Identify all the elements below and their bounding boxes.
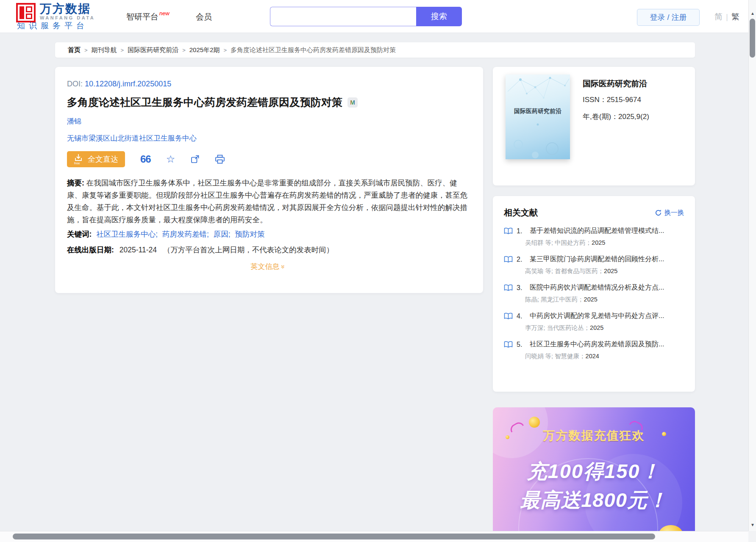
related-item-meta: 高笑瑜 等; 首都食品与医药；2025 bbox=[525, 267, 684, 275]
related-item: 2. 某三甲医院门诊药房调配差错的回顾性分析... 高笑瑜 等; 首都食品与医药… bbox=[504, 255, 684, 275]
breadcrumb-separator: > bbox=[84, 47, 88, 53]
print-icon[interactable] bbox=[215, 155, 225, 164]
article-title: 多角度论述社区卫生服务中心药房发药差错原因及预防对策 bbox=[67, 95, 342, 109]
m-badge-icon[interactable]: M bbox=[347, 97, 358, 108]
lang-simplified[interactable]: 简 bbox=[714, 12, 723, 21]
page: 万方数据 WANFANG DATA 知识服务平台 智研平台new 会员 搜索 登… bbox=[0, 0, 756, 542]
wanfang-logo-icon bbox=[16, 3, 36, 22]
book-icon bbox=[504, 284, 513, 291]
book-icon bbox=[504, 341, 513, 348]
scrollbar-corner bbox=[748, 531, 756, 542]
login-register-button[interactable]: 登录 / 注册 bbox=[637, 9, 700, 26]
related-item-link[interactable]: 4. 中药房饮片调配的常见差错与中药处方点评... bbox=[504, 312, 684, 321]
related-item-meta: 李万深; 当代医药论丛；2025 bbox=[525, 324, 684, 332]
journal-volume: 年,卷(期)：2025,9(2) bbox=[583, 112, 649, 122]
brand-name-en: WANFANG DATA bbox=[40, 15, 95, 20]
horizontal-scrollbar[interactable] bbox=[0, 531, 748, 542]
header: 万方数据 WANFANG DATA 知识服务平台 智研平台new 会员 搜索 登… bbox=[0, 0, 756, 33]
book-icon bbox=[504, 312, 513, 320]
favorite-star-icon[interactable]: ☆ bbox=[166, 154, 175, 164]
promo-title: 万方数据充值狂欢 bbox=[493, 428, 695, 444]
search-button[interactable]: 搜索 bbox=[416, 7, 462, 26]
related-item-meta: 陈晶; 黑龙江中医药；2025 bbox=[525, 296, 684, 304]
related-item: 4. 中药房饮片调配的常见差错与中药处方点评... 李万深; 当代医药论丛；20… bbox=[504, 312, 684, 332]
journal-cover-title: 国际医药研究前沿 bbox=[506, 108, 570, 115]
doi-label: DOI: bbox=[67, 80, 83, 88]
affiliation-link[interactable]: 无锡市梁溪区山北街道社区卫生服务中心 bbox=[67, 134, 197, 142]
coin-icon bbox=[529, 417, 540, 428]
keyword-link[interactable]: 药房发药差错; bbox=[162, 230, 209, 238]
keyword-link[interactable]: 社区卫生服务中心; bbox=[96, 230, 158, 238]
new-badge: new bbox=[159, 10, 170, 17]
online-date-row: 在线出版日期: 2025-11-24 （万方平台首次上网日期，不代表论文的发表时… bbox=[67, 245, 469, 255]
chevron-down-icon: » bbox=[279, 265, 287, 269]
breadcrumb-journal[interactable]: 国际医药研究前沿 bbox=[128, 46, 178, 54]
related-item-link[interactable]: 1. 基于差错知识流的药品调配差错管理模式结... bbox=[504, 227, 684, 235]
journal-card: 国际医药研究前沿 国际医药研究前沿 ISSN：2515-9674 年,卷(期)：… bbox=[493, 67, 695, 185]
breadcrumb-current: 多角度论述社区卫生服务中心药房发药差错原因及预防对策 bbox=[231, 46, 396, 54]
recharge-promo-banner[interactable]: 万方数据充值狂欢 充100得150！ 最高送1800元！ bbox=[493, 407, 695, 542]
online-date-value: 2025-11-24 bbox=[120, 246, 157, 254]
breadcrumb: 首页 > 期刊导航 > 国际医药研究前沿 > 2025年2期 > 多角度论述社区… bbox=[55, 42, 695, 58]
related-item: 5. 社区卫生服务中心药房发药差错原因及预防... 闫晓娟 等; 智慧健康；20… bbox=[504, 340, 684, 360]
svg-text:free: free bbox=[74, 161, 80, 165]
wanfang-logo[interactable]: 万方数据 WANFANG DATA bbox=[16, 3, 95, 22]
abstract-label: 摘要: bbox=[67, 179, 84, 187]
promo-offer-line1: 充100得150！ bbox=[493, 458, 695, 485]
related-item-meta: 闫晓娟 等; 智慧健康；2024 bbox=[525, 352, 684, 360]
related-item-meta: 吴绍群 等; 中国处方药；2025 bbox=[525, 239, 684, 247]
related-item: 3. 医院中药房饮片调配差错情况分析及处方点... 陈晶; 黑龙江中医药；202… bbox=[504, 283, 684, 304]
book-icon bbox=[504, 256, 513, 263]
share-icon[interactable] bbox=[190, 155, 200, 164]
breadcrumb-home[interactable]: 首页 bbox=[68, 46, 81, 54]
brand-tagline: 知识服务平台 bbox=[17, 20, 88, 31]
related-title: 相关文献 bbox=[504, 207, 538, 218]
author-link[interactable]: 潘锦 bbox=[67, 117, 81, 125]
online-date-note: （万方平台首次上网日期，不代表论文的发表时间） bbox=[163, 246, 334, 254]
keywords-label: 关键词: bbox=[67, 230, 92, 238]
journal-name[interactable]: 国际医药研究前沿 bbox=[583, 78, 647, 89]
breadcrumb-journal-nav[interactable]: 期刊导航 bbox=[92, 46, 117, 54]
promo-offer-line2: 最高送1800元！ bbox=[493, 487, 695, 514]
book-icon bbox=[504, 227, 513, 235]
search-input[interactable] bbox=[270, 7, 416, 26]
horizontal-scrollbar-thumb[interactable] bbox=[13, 534, 655, 539]
cite-icon[interactable]: 66 bbox=[140, 153, 151, 165]
doi-row: DOI: 10.12208/j.imrf.20250015 bbox=[67, 80, 469, 88]
related-item: 1. 基于差错知识流的药品调配差错管理模式结... 吴绍群 等; 中国处方药；2… bbox=[504, 227, 684, 247]
nav-member[interactable]: 会员 bbox=[196, 11, 212, 22]
related-item-link[interactable]: 5. 社区卫生服务中心药房发药差错原因及预防... bbox=[504, 340, 684, 349]
scroll-down-icon[interactable]: ▼ bbox=[749, 523, 756, 527]
vertical-scrollbar-thumb[interactable] bbox=[750, 19, 755, 58]
free-download-icon: free bbox=[74, 154, 84, 165]
refresh-button[interactable]: 换一换 bbox=[655, 208, 684, 217]
brand-name-cn: 万方数据 bbox=[40, 3, 95, 15]
online-date-label: 在线出版日期: bbox=[67, 246, 114, 254]
abstract-text: 在我国城市医疗卫生服务体系中，社区卫生服务中心是非常重要的组成部分，直接关系到城… bbox=[67, 179, 467, 224]
article-card: DOI: 10.12208/j.imrf.20250015 多角度论述社区卫生服… bbox=[55, 67, 483, 293]
journal-cover-art bbox=[506, 75, 570, 159]
refresh-icon bbox=[655, 209, 662, 216]
keyword-link[interactable]: 原因; bbox=[214, 230, 231, 238]
fulltext-button[interactable]: free 全文直达 bbox=[67, 151, 125, 167]
language-switch: 简|繁 bbox=[714, 11, 739, 22]
english-info-toggle[interactable]: 英文信息» bbox=[67, 262, 469, 271]
lang-divider: | bbox=[726, 12, 728, 21]
journal-cover[interactable]: 国际医药研究前沿 bbox=[506, 75, 570, 159]
nav-zhiyan-platform[interactable]: 智研平台new bbox=[126, 11, 170, 22]
related-item-link[interactable]: 2. 某三甲医院门诊药房调配差错的回顾性分析... bbox=[504, 255, 684, 264]
scroll-up-icon[interactable]: ▲ bbox=[749, 11, 756, 16]
article-actions: free 全文直达 66 ☆ bbox=[67, 151, 469, 168]
related-literature-card: 相关文献 换一换 1. 基于差错知识流的药品调配差错管理模式结... 吴绍群 等… bbox=[493, 196, 695, 392]
doi-link[interactable]: 10.12208/j.imrf.20250015 bbox=[85, 80, 171, 88]
breadcrumb-issue[interactable]: 2025年2期 bbox=[189, 46, 220, 54]
keyword-link[interactable]: 预防对策 bbox=[235, 230, 264, 238]
journal-issn: ISSN：2515-9674 bbox=[583, 95, 641, 105]
keywords-row: 关键词: 社区卫生服务中心; 药房发药差错; 原因; 预防对策 bbox=[67, 229, 469, 239]
vertical-scrollbar[interactable]: ▲ ▼ bbox=[748, 0, 756, 542]
related-item-link[interactable]: 3. 医院中药房饮片调配差错情况分析及处方点... bbox=[504, 283, 684, 292]
abstract: 摘要: 在我国城市医疗卫生服务体系中，社区卫生服务中心是非常重要的组成部分，直接… bbox=[67, 177, 469, 226]
lang-traditional[interactable]: 繁 bbox=[731, 12, 739, 21]
